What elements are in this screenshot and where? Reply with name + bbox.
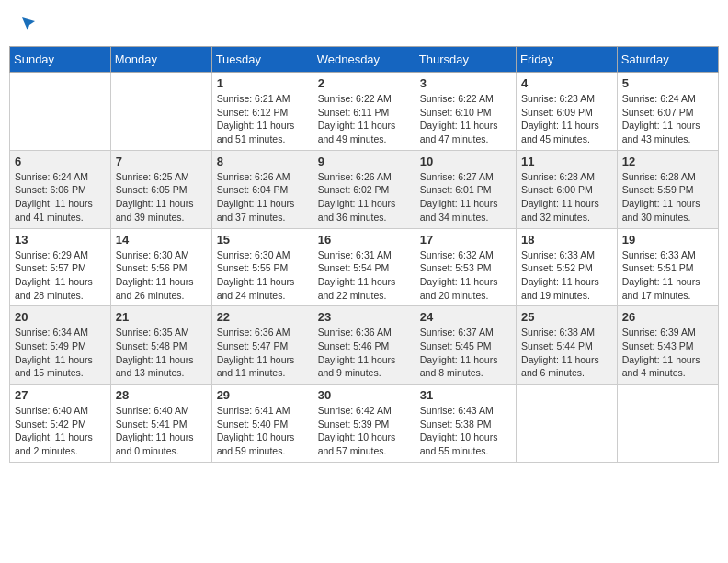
day-info: Sunrise: 6:32 AMSunset: 5:53 PMDaylight:… [420,248,511,303]
day-number: 10 [420,155,511,168]
calendar-cell: 18Sunrise: 6:33 AMSunset: 5:52 PMDayligh… [517,228,618,306]
day-info: Sunrise: 6:41 AMSunset: 5:40 PMDaylight:… [217,404,308,458]
calendar-cell: 4Sunrise: 6:23 AMSunset: 6:09 PMDaylight… [517,73,618,151]
calendar-week-row: 20Sunrise: 6:34 AMSunset: 5:49 PMDayligh… [10,306,719,385]
day-number: 29 [217,388,308,402]
day-number: 20 [15,310,106,324]
day-info: Sunrise: 6:27 AMSunset: 6:01 PMDaylight:… [420,170,511,224]
day-info: Sunrise: 6:28 AMSunset: 6:00 PMDaylight:… [521,170,612,224]
calendar-cell [617,385,718,463]
day-number: 26 [622,310,713,324]
day-number: 31 [420,388,511,402]
calendar-cell: 25Sunrise: 6:38 AMSunset: 5:44 PMDayligh… [517,306,618,385]
calendar-cell [10,73,111,151]
day-number: 11 [521,155,612,168]
calendar-cell: 31Sunrise: 6:43 AMSunset: 5:38 PMDayligh… [415,385,516,463]
day-info: Sunrise: 6:22 AMSunset: 6:10 PMDaylight:… [420,92,511,146]
day-info: Sunrise: 6:29 AMSunset: 5:57 PMDaylight:… [15,248,106,303]
day-info: Sunrise: 6:26 AMSunset: 6:04 PMDaylight:… [217,170,308,224]
calendar-cell: 19Sunrise: 6:33 AMSunset: 5:51 PMDayligh… [617,228,718,306]
calendar-week-row: 27Sunrise: 6:40 AMSunset: 5:42 PMDayligh… [10,385,719,463]
calendar-header-row: SundayMondayTuesdayWednesdayThursdayFrid… [10,47,719,73]
calendar-cell: 13Sunrise: 6:29 AMSunset: 5:57 PMDayligh… [10,228,111,306]
calendar-cell: 9Sunrise: 6:26 AMSunset: 6:02 PMDaylight… [313,150,415,228]
calendar-header-friday: Friday [517,47,618,73]
calendar-week-row: 13Sunrise: 6:29 AMSunset: 5:57 PMDayligh… [10,228,719,306]
day-number: 5 [622,76,713,90]
calendar-cell: 22Sunrise: 6:36 AMSunset: 5:47 PMDayligh… [211,306,313,385]
calendar-cell: 20Sunrise: 6:34 AMSunset: 5:49 PMDayligh… [10,306,111,385]
day-info: Sunrise: 6:24 AMSunset: 6:06 PMDaylight:… [15,170,106,224]
calendar-header-saturday: Saturday [617,47,718,73]
calendar-table: SundayMondayTuesdayWednesdayThursdayFrid… [9,46,719,463]
day-number: 17 [420,233,511,247]
day-number: 25 [521,310,612,324]
calendar-header-thursday: Thursday [415,47,516,73]
calendar-cell: 5Sunrise: 6:24 AMSunset: 6:07 PMDaylight… [617,73,718,151]
calendar-cell: 24Sunrise: 6:37 AMSunset: 5:45 PMDayligh… [415,306,516,385]
day-info: Sunrise: 6:28 AMSunset: 5:59 PMDaylight:… [622,170,713,224]
calendar-cell: 3Sunrise: 6:22 AMSunset: 6:10 PMDaylight… [415,73,516,151]
calendar-cell: 12Sunrise: 6:28 AMSunset: 5:59 PMDayligh… [617,150,718,228]
day-number: 12 [622,155,713,168]
day-number: 9 [318,155,410,168]
day-number: 24 [420,310,511,324]
day-info: Sunrise: 6:36 AMSunset: 5:47 PMDaylight:… [217,326,308,380]
day-number: 4 [521,76,612,90]
calendar-cell: 29Sunrise: 6:41 AMSunset: 5:40 PMDayligh… [211,385,313,463]
day-number: 3 [420,76,511,90]
calendar-week-row: 1Sunrise: 6:21 AMSunset: 6:12 PMDaylight… [10,73,719,151]
day-number: 21 [116,310,207,324]
day-info: Sunrise: 6:33 AMSunset: 5:52 PMDaylight:… [521,248,612,303]
day-info: Sunrise: 6:34 AMSunset: 5:49 PMDaylight:… [15,326,106,380]
day-info: Sunrise: 6:36 AMSunset: 5:46 PMDaylight:… [318,326,410,380]
day-number: 8 [217,155,308,168]
day-number: 15 [217,233,308,247]
day-number: 19 [622,233,713,247]
day-info: Sunrise: 6:40 AMSunset: 5:41 PMDaylight:… [116,404,207,458]
day-info: Sunrise: 6:23 AMSunset: 6:09 PMDaylight:… [521,92,612,146]
calendar-cell: 7Sunrise: 6:25 AMSunset: 6:05 PMDaylight… [110,150,211,228]
day-number: 30 [318,388,410,402]
calendar-cell: 8Sunrise: 6:26 AMSunset: 6:04 PMDaylight… [211,150,313,228]
calendar-cell: 10Sunrise: 6:27 AMSunset: 6:01 PMDayligh… [415,150,516,228]
day-info: Sunrise: 6:25 AMSunset: 6:05 PMDaylight:… [116,170,207,224]
day-info: Sunrise: 6:37 AMSunset: 5:45 PMDaylight:… [420,326,511,380]
day-number: 27 [15,388,106,402]
day-info: Sunrise: 6:43 AMSunset: 5:38 PMDaylight:… [420,404,511,458]
logo-bird-icon [20,16,37,32]
calendar-cell: 23Sunrise: 6:36 AMSunset: 5:46 PMDayligh… [313,306,415,385]
day-info: Sunrise: 6:31 AMSunset: 5:54 PMDaylight:… [318,248,410,303]
calendar-cell: 17Sunrise: 6:32 AMSunset: 5:53 PMDayligh… [415,228,516,306]
day-number: 14 [116,233,207,247]
day-info: Sunrise: 6:33 AMSunset: 5:51 PMDaylight:… [622,248,713,303]
day-info: Sunrise: 6:30 AMSunset: 5:55 PMDaylight:… [217,248,308,303]
day-info: Sunrise: 6:42 AMSunset: 5:39 PMDaylight:… [318,404,410,458]
day-number: 6 [15,155,106,168]
day-number: 22 [217,310,308,324]
day-info: Sunrise: 6:21 AMSunset: 6:12 PMDaylight:… [217,92,308,146]
page-header [9,9,719,37]
calendar-cell: 16Sunrise: 6:31 AMSunset: 5:54 PMDayligh… [313,228,415,306]
day-info: Sunrise: 6:22 AMSunset: 6:11 PMDaylight:… [318,92,410,146]
day-number: 7 [116,155,207,168]
calendar-header-sunday: Sunday [10,47,111,73]
calendar-cell: 2Sunrise: 6:22 AMSunset: 6:11 PMDaylight… [313,73,415,151]
svg-marker-0 [22,17,35,30]
calendar-cell: 21Sunrise: 6:35 AMSunset: 5:48 PMDayligh… [110,306,211,385]
calendar-week-row: 6Sunrise: 6:24 AMSunset: 6:06 PMDaylight… [10,150,719,228]
day-info: Sunrise: 6:40 AMSunset: 5:42 PMDaylight:… [15,404,106,458]
calendar-header-tuesday: Tuesday [211,47,313,73]
calendar-cell: 28Sunrise: 6:40 AMSunset: 5:41 PMDayligh… [110,385,211,463]
calendar-cell: 26Sunrise: 6:39 AMSunset: 5:43 PMDayligh… [617,306,718,385]
calendar-cell: 27Sunrise: 6:40 AMSunset: 5:42 PMDayligh… [10,385,111,463]
day-number: 1 [217,76,308,90]
calendar-cell: 6Sunrise: 6:24 AMSunset: 6:06 PMDaylight… [10,150,111,228]
calendar-cell [517,385,618,463]
day-number: 13 [15,233,106,247]
day-info: Sunrise: 6:26 AMSunset: 6:02 PMDaylight:… [318,170,410,224]
day-info: Sunrise: 6:35 AMSunset: 5:48 PMDaylight:… [116,326,207,380]
calendar-cell: 30Sunrise: 6:42 AMSunset: 5:39 PMDayligh… [313,385,415,463]
day-info: Sunrise: 6:24 AMSunset: 6:07 PMDaylight:… [622,92,713,146]
day-number: 2 [318,76,410,90]
